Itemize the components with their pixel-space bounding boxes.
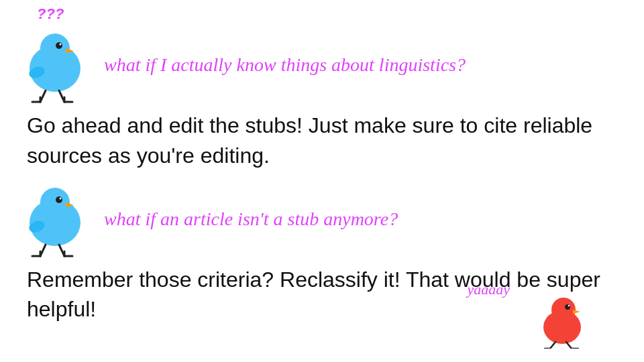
svg-line-29: [550, 342, 555, 349]
svg-point-14: [56, 196, 62, 203]
response-2: Remember those criteria? Reclassify it! …: [27, 265, 624, 325]
svg-marker-28: [573, 310, 580, 314]
bird-row-2: what if an article isn't a stub anymore?: [20, 181, 624, 258]
bird-row-1: what if I actually know things about lin…: [20, 27, 624, 104]
blue-bird-1: [20, 27, 91, 104]
svg-line-31: [566, 342, 572, 349]
bird2-question: what if an article isn't a stub anymore?: [104, 207, 398, 231]
svg-point-2: [56, 42, 62, 49]
svg-point-25: [551, 298, 576, 322]
question-marks: ???: [37, 5, 64, 23]
main-container: ??? what if I actually know things about: [0, 0, 644, 362]
svg-point-13: [40, 188, 70, 217]
svg-point-27: [568, 305, 570, 306]
blue-bird-2: [20, 181, 91, 258]
response-1: Go ahead and edit the stubs! Just make s…: [27, 111, 624, 171]
bird1-question: what if I actually know things about lin…: [104, 53, 466, 77]
svg-point-1: [40, 34, 70, 63]
red-bird: [537, 288, 590, 349]
svg-point-15: [60, 197, 62, 199]
yaaaay-text: yaaaay: [467, 281, 510, 298]
svg-point-3: [60, 44, 62, 46]
